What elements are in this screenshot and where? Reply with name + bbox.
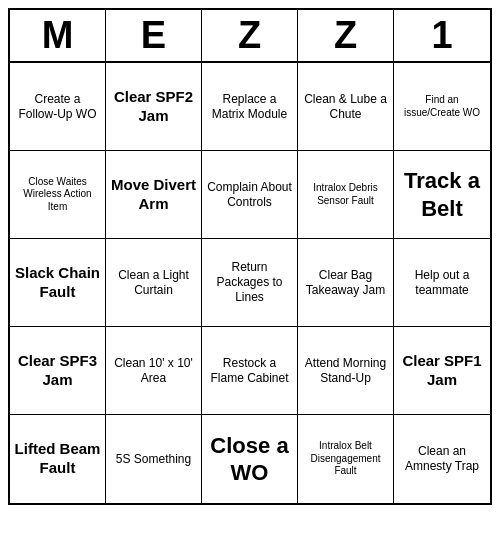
bingo-cell-19: Clear SPF1 Jam: [394, 327, 490, 415]
bingo-cell-24: Clean an Amnesty Trap: [394, 415, 490, 503]
bingo-cell-20: Lifted Beam Fault: [10, 415, 106, 503]
bingo-cell-21: 5S Something: [106, 415, 202, 503]
bingo-cell-12: Return Packages to Lines: [202, 239, 298, 327]
bingo-cell-22: Close a WO: [202, 415, 298, 503]
bingo-cell-11: Clean a Light Curtain: [106, 239, 202, 327]
header-letter-1-4: 1: [394, 10, 490, 61]
bingo-cell-4: Find an issue/Create WO: [394, 63, 490, 151]
bingo-cell-16: Clean 10' x 10' Area: [106, 327, 202, 415]
bingo-cell-7: Complain About Controls: [202, 151, 298, 239]
bingo-cell-13: Clear Bag Takeaway Jam: [298, 239, 394, 327]
bingo-cell-23: Intralox Belt Disengagement Fault: [298, 415, 394, 503]
bingo-cell-0: Create a Follow-Up WO: [10, 63, 106, 151]
bingo-cell-10: Slack Chain Fault: [10, 239, 106, 327]
bingo-cell-9: Track a Belt: [394, 151, 490, 239]
bingo-cell-2: Replace a Matrix Module: [202, 63, 298, 151]
bingo-cell-15: Clear SPF3 Jam: [10, 327, 106, 415]
bingo-cell-8: Intralox Debris Sensor Fault: [298, 151, 394, 239]
header-letter-e-1: E: [106, 10, 202, 61]
bingo-cell-14: Help out a teammate: [394, 239, 490, 327]
bingo-cell-18: Attend Morning Stand-Up: [298, 327, 394, 415]
bingo-grid: Create a Follow-Up WOClear SPF2 JamRepla…: [10, 63, 490, 503]
header-letter-z-3: Z: [298, 10, 394, 61]
bingo-cell-3: Clean & Lube a Chute: [298, 63, 394, 151]
bingo-cell-1: Clear SPF2 Jam: [106, 63, 202, 151]
header-row: MEZZ1: [10, 10, 490, 63]
bingo-card: MEZZ1 Create a Follow-Up WOClear SPF2 Ja…: [8, 8, 492, 505]
bingo-cell-6: Move Divert Arm: [106, 151, 202, 239]
header-letter-z-2: Z: [202, 10, 298, 61]
bingo-cell-17: Restock a Flame Cabinet: [202, 327, 298, 415]
bingo-cell-5: Close Waites Wireless Action Item: [10, 151, 106, 239]
header-letter-m-0: M: [10, 10, 106, 61]
